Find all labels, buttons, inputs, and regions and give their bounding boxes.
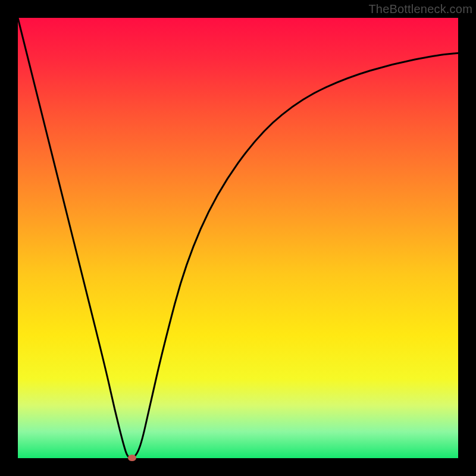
chart-frame: TheBottleneck.com [0,0,476,476]
curve-layer [18,18,458,458]
optimal-point-marker [128,455,136,461]
bottleneck-curve [18,18,458,458]
plot-area [18,18,458,458]
source-label: TheBottleneck.com [368,2,472,16]
